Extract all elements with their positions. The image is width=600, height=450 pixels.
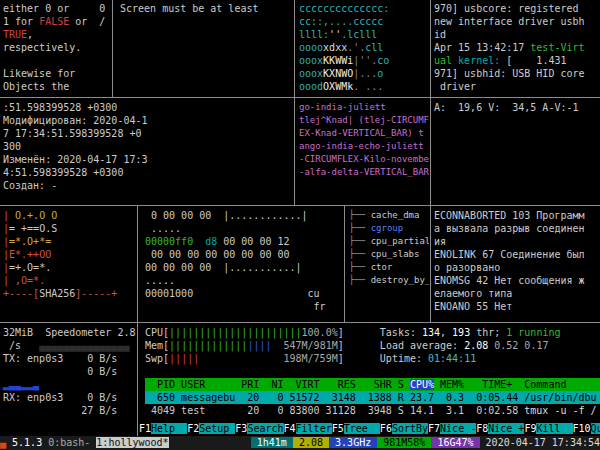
- pane-border-vertical-3: [430, 0, 431, 322]
- terminal-line: 0 B/s: [3, 365, 137, 378]
- text-segment: -alfa-delta-VERTICAL_BAR: [299, 167, 429, 177]
- status-memory: 981M58%: [377, 437, 431, 448]
- terminal-line: | O.+.O O: [3, 209, 137, 222]
- text-segment: or: [69, 16, 99, 27]
- text-segment: ooox: [299, 55, 323, 66]
- text-segment: '': [329, 29, 341, 40]
- text-segment: 01:44:11: [428, 353, 476, 364]
- terminal-line: 32MiB Speedometer 2.8: [3, 326, 137, 339]
- text-segment: A: 19,6 V: 34,5 A-V:-1: [434, 102, 579, 113]
- fkey-f4-label[interactable]: Filter: [296, 423, 332, 434]
- text-segment: ango-india-echo-juliett: [299, 141, 424, 151]
- fkey-f3[interactable]: F3: [235, 423, 247, 434]
- fkey-f1-label[interactable]: Help: [151, 423, 187, 434]
- pane-doc-text[interactable]: either 0 or 01 for FALSE or /TRUE,respec…: [0, 0, 112, 97]
- terminal-line: |=*.O+*=: [3, 235, 137, 248]
- fkey-f8-label[interactable]: Nice +: [488, 423, 524, 434]
- text-segment: 0.52 0.17: [494, 340, 548, 351]
- text-segment: /: [99, 16, 105, 27]
- terminal-line: -CIRCUMFLEX-Kilo-november: [299, 153, 429, 166]
- text-segment: 4:51.598399528 +0300: [3, 167, 123, 178]
- pane-av-meter[interactable]: A: 19,6 V: 34,5 A-V:-1: [431, 99, 600, 205]
- terminal-line: ooodOXWMk. ...: [299, 80, 429, 93]
- pane-hexdump[interactable]: 0 00 00 00 |............| .....00000ff0 …: [139, 207, 344, 322]
- text-segment: 27 B/s: [3, 405, 117, 416]
- status-disk: 16G47%: [431, 437, 479, 448]
- text-segment: ,O=*.: [9, 275, 45, 286]
- fkey-f9[interactable]: F9: [524, 423, 536, 434]
- window-tab-hollywood[interactable]: 1:hollywood*: [96, 437, 168, 448]
- text-segment: =*.O+*=: [9, 236, 51, 247]
- status-load: 2.08: [293, 437, 329, 448]
- text-segment: MEM% TIME+ Command: [434, 379, 600, 390]
- terminal-line: |E*.++OO: [3, 248, 137, 261]
- text-segment: 00000ff0: [145, 236, 193, 247]
- text-segment: |''.: [353, 55, 377, 66]
- text-segment: .....: [145, 223, 181, 234]
- text-segment: EX-Knad-VERTICAL_BAR) t: [299, 128, 424, 138]
- fkey-f5[interactable]: F5: [332, 423, 344, 434]
- fkey-f4[interactable]: F4: [284, 423, 296, 434]
- pane-speedometer[interactable]: 32MiB Speedometer 2.8 /s ▄▄▄▄▄▄▄▄▄▄▄▄▄▄▄…: [0, 324, 137, 436]
- text-segment: o: [377, 68, 383, 79]
- text-segment: :51.598399528 +0300: [3, 102, 117, 113]
- pane-errno-list[interactable]: ECONNABORTED 103 Программа вызвала разры…: [431, 207, 600, 322]
- terminal-line: llll:''.lclll: [299, 28, 429, 41]
- text-segment: cpu_partial: [371, 236, 429, 246]
- text-segment: ||||: [247, 340, 271, 351]
- text-segment: 100.0%: [302, 327, 338, 338]
- text-segment: . ...: [353, 81, 383, 92]
- terminal-line: 971] usbhid: USB HID core: [434, 67, 600, 80]
- text-segment: SHA256: [39, 288, 75, 299]
- text-segment: d8: [205, 236, 217, 247]
- pane-ssh-randomart[interactable]: | O.+.O O|= +==O.S|=*.O+*=|E*.++OO|=+.O=…: [0, 207, 137, 322]
- fkey-f7-label[interactable]: Nice -: [440, 423, 476, 434]
- text-segment: елаемого типа: [434, 288, 512, 299]
- pane-stat-output[interactable]: :51.598399528 +0300Модифицирован: 2020-0…: [0, 99, 294, 205]
- fkey-f1[interactable]: F1: [139, 423, 151, 434]
- fkey-f6-label[interactable]: SortBy: [392, 423, 428, 434]
- fkey-f2[interactable]: F2: [187, 423, 199, 434]
- pane-kernel-log[interactable]: 970] usbcore: registerednew interface dr…: [431, 0, 600, 97]
- text-segment: cpu_slabs: [371, 249, 420, 259]
- text-segment: [193, 236, 205, 247]
- terminal-line: Objects the: [3, 80, 112, 93]
- text-segment: ▄▄▄▄▄▄▄▄▄▄▄▄▄▄▄: [39, 340, 129, 351]
- fkey-f5-label[interactable]: Tree: [344, 423, 380, 434]
- text-segment: 00 00 00 12: [217, 236, 289, 247]
- fkey-f2-label[interactable]: Setup: [199, 423, 235, 434]
- text-segment: = +==O.S: [9, 223, 57, 234]
- fkey-f7[interactable]: F7: [428, 423, 440, 434]
- terminal-line: | ,O=*.: [3, 274, 137, 287]
- pane-slab-tree[interactable]: ├── cache_dma├── cgroup├── cpu_partial├─…: [346, 207, 429, 322]
- fkey-f9-label[interactable]: Kill: [536, 423, 572, 434]
- pane-border-horizontal-2: [0, 205, 600, 206]
- fkey-f10-label[interactable]: Quit: [591, 423, 600, 434]
- text-segment: ||||||||||||||||||||||: [169, 327, 301, 338]
- fkey-f6[interactable]: F6: [380, 423, 392, 434]
- pane-nato-phonetic[interactable]: go-india-julietttlej^Knad| (tlej-CIRCUMF…: [296, 99, 429, 205]
- text-segment: 2.08: [464, 340, 494, 351]
- terminal-line: Swp[||||| 198M/759M] Uptime: 01:44:11: [145, 352, 600, 365]
- pane-screen-message[interactable]: Screen must be at least: [114, 0, 294, 97]
- text-segment: [199, 353, 283, 364]
- window-tab-bash[interactable]: 0:bash-: [48, 437, 96, 448]
- text-segment: -CIRCUMFLEX-Kilo-november: [299, 154, 429, 164]
- fkey-f8[interactable]: F8: [476, 423, 488, 434]
- terminal-line: ENOANO 55 Нет: [434, 300, 600, 313]
- terminal-line: ├── cgroup: [349, 222, 429, 235]
- terminal-line: 7 17:34:51.598399528 +0: [3, 127, 294, 140]
- text-segment: KKWWi: [323, 55, 353, 66]
- terminal-line: cc::,....ccccc: [299, 15, 429, 28]
- text-segment: O.+.O O: [9, 210, 57, 221]
- pane-ansi-art[interactable]: cccccccccccccc:cc::,....cccccllll:''.lcl…: [296, 0, 429, 97]
- fkey-f10[interactable]: F10: [573, 423, 591, 434]
- pane-htop[interactable]: F1Help F2Setup F3SearchF4FilterF5Tree F6…: [139, 324, 600, 436]
- text-segment: ▂▃▃▂▂▃: [3, 379, 39, 390]
- pane-border-horizontal-1: [0, 97, 600, 98]
- status-bar-right: 1h41m 2.08 3.3GHz 981M58% 16G47% 2020-04…: [251, 436, 600, 450]
- fkey-f3-label[interactable]: Search: [247, 423, 283, 434]
- terminal-line: о разорвано: [434, 261, 600, 274]
- text-segment: Mem[: [145, 340, 169, 351]
- terminal-line: .....: [145, 274, 344, 287]
